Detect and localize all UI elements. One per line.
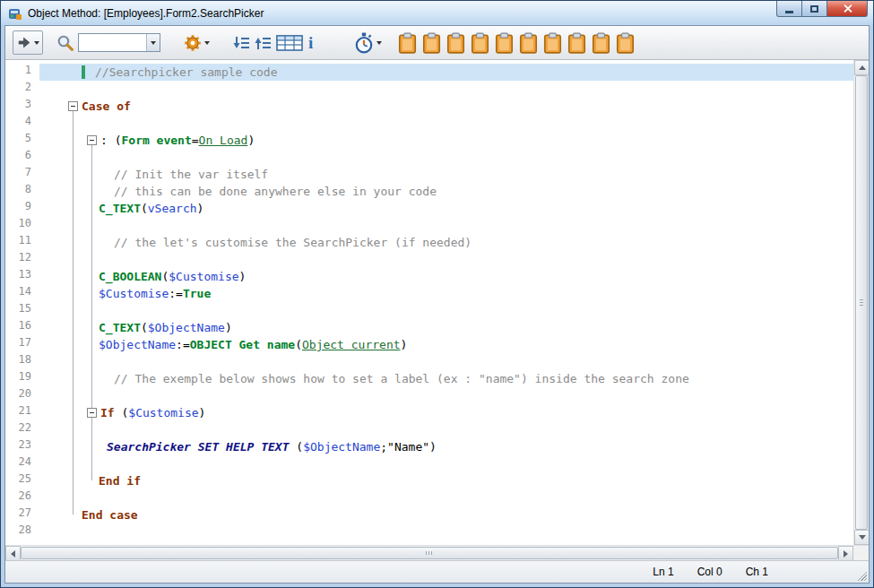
scroll-up-button[interactable] [854,60,869,75]
code-line-14[interactable]: $Customise:=True [39,285,853,302]
fold-collapse-box[interactable] [68,101,78,111]
search-input[interactable] [79,35,146,50]
code-line-25[interactable]: End if [39,472,853,489]
maximize-button[interactable] [802,1,827,17]
line-number: 28 [5,523,39,540]
code-token: $ObjectName [99,338,176,351]
status-character: Ch 1 [746,566,768,578]
code-token: Form event [121,134,191,147]
code-token: // this can be done anywhere else in you… [114,185,437,198]
code-line-20[interactable] [39,387,853,404]
clipboard-button-5[interactable] [493,30,515,55]
expand-all-button[interactable] [231,30,253,55]
execute-method-button[interactable] [13,30,43,55]
line-number: 8 [5,183,39,200]
line-number: 4 [5,115,39,132]
line-number: 13 [5,268,39,285]
code-line-13[interactable]: C_BOOLEAN($Customise) [39,268,853,285]
clipboard-button-9[interactable] [590,30,612,55]
close-icon [843,4,852,13]
search-combo-dropdown[interactable] [146,34,160,51]
thumb-grip [860,299,863,307]
code-line-7[interactable]: // Init the var itself [39,166,853,183]
chevron-down-icon [151,41,156,45]
line-number: 22 [5,421,39,438]
code-line-18[interactable] [39,353,853,370]
method-options-button[interactable] [182,30,212,55]
minimize-button[interactable] [776,1,802,17]
code-line-19[interactable]: // The exemple below shows how to set a … [39,370,853,387]
code-token: ( [141,321,148,334]
timer-button[interactable] [352,30,384,55]
code-line-6[interactable] [39,149,853,166]
code-line-24[interactable] [39,455,853,472]
clipboard-button-2[interactable] [420,30,443,55]
resize-grip[interactable] [855,569,867,581]
code-line-10[interactable] [39,217,853,234]
clipboard-button-3[interactable] [445,30,467,55]
scroll-right-button[interactable] [838,546,853,561]
clipboard-button-1[interactable] [396,30,419,55]
code-line-2[interactable] [39,81,853,98]
timer-dropdown-icon[interactable] [376,41,382,45]
code-token: ; [380,440,387,454]
code-line-28[interactable] [39,523,853,540]
line-number: 5 [5,132,39,149]
status-bar: Ln 1 Col 0 Ch 1 [5,560,869,583]
code-token: vSearch [148,202,197,215]
code-token: // the let's customise the SearchPicker … [114,236,472,249]
clipboard-button-6[interactable] [517,30,540,55]
code-line-23[interactable]: SearchPicker SET HELP TEXT ($ObjectName;… [39,438,853,455]
code-line-21[interactable]: If ($Customise) [39,404,853,421]
code-line-22[interactable] [39,421,853,438]
code-token: True [183,287,211,300]
code-line-17[interactable]: $ObjectName:=OBJECT Get name(Object curr… [39,336,853,353]
scroll-left-button[interactable] [5,546,21,561]
triangle-down-icon [859,535,866,540]
clipboard-icon [422,32,441,54]
code-line-26[interactable] [39,489,853,506]
line-number: 19 [5,370,39,387]
code-line-5[interactable]: : (Form event=On Load) [39,132,853,149]
code-token: ) [247,134,255,147]
clipboard-button-4[interactable] [469,30,491,55]
code-token: // Init the var itself [114,168,268,181]
info-button[interactable]: i [305,30,316,55]
vertical-scrollbar[interactable] [853,60,869,545]
clipboard-button-8[interactable] [566,30,588,55]
collapse-all-button[interactable] [253,30,274,55]
vertical-scroll-thumb[interactable] [855,75,868,530]
fold-collapse-box[interactable] [87,135,97,145]
clipboard-button-10[interactable] [614,30,636,55]
fold-collapse-box[interactable] [87,408,97,418]
titlebar[interactable]: Object Method: [Employees].Form2.SearchP… [1,1,873,25]
code-line-9[interactable]: C_TEXT(vSearch) [39,200,853,217]
scrollbar-corner [853,546,869,560]
code-line-8[interactable]: // this can be done anywhere else in you… [39,183,853,200]
execute-dropdown-icon[interactable] [34,41,39,45]
code-line-12[interactable] [39,251,853,268]
clipboard-button-7[interactable] [541,30,564,55]
code-token: $Customise [99,287,169,300]
horizontal-scrollbar[interactable] [5,546,853,560]
code-line-15[interactable] [39,302,853,319]
list-view-button[interactable] [274,30,305,55]
code-editor: 1234567891011121314151617181920212223242… [5,60,869,545]
code-line-4[interactable] [39,115,853,132]
code-line-1[interactable]: //Searchpicker sample code [39,64,853,81]
options-dropdown-icon[interactable] [204,41,210,45]
scroll-down-button[interactable] [854,530,869,545]
search-combo[interactable] [78,33,160,52]
code-token: : ( [100,134,121,147]
horizontal-scroll-thumb[interactable] [21,547,838,559]
search-button[interactable] [54,30,76,55]
code-line-11[interactable]: // the let's customise the SearchPicker … [39,234,853,251]
close-button[interactable] [827,1,868,17]
code-line-16[interactable]: C_TEXT($ObjectName) [39,319,853,336]
code-line-3[interactable]: Case of [39,98,853,115]
code-line-27[interactable]: End case [39,506,853,523]
app-body: i [4,25,870,584]
triangle-right-icon [844,550,848,558]
magnifier-icon [56,33,74,52]
code-area[interactable]: //Searchpicker sample codeCase of: (Form… [39,60,853,545]
